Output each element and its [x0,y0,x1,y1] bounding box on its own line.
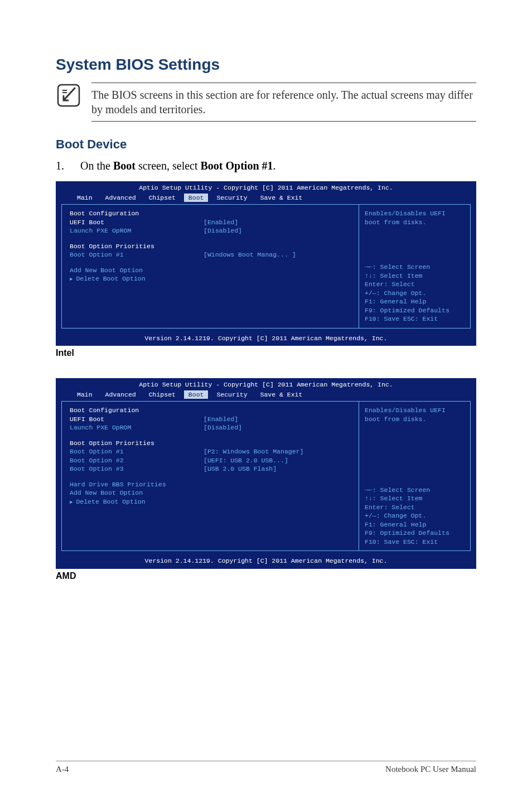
note-icon [56,83,81,122]
boot-priorities-heading: Boot Option Priorities [70,439,351,448]
bios-help-text: Enables/Disables UEFI boot from disks. [365,406,465,423]
boot-option-3-value: [USB 2.0 USB Flash] [204,465,277,474]
page-footer: A-4 Notebook PC User Manual [56,761,476,774]
bios-tab-bar: Main Advanced Chipset Boot Security Save… [56,389,476,402]
uefi-boot-label: UEFI Boot [70,415,204,424]
tab-save-exit[interactable]: Save & Exit [256,390,307,399]
boot-configuration-heading: Boot Configuration [70,209,351,218]
bios-left-pane: Boot Configuration UEFI Boot [Enabled] L… [62,205,359,328]
bios-screenshot-intel: Aptio Setup Utility - Copyright [C] 2011… [56,181,476,346]
bios-tab-bar: Main Advanced Chipset Boot Security Save… [56,192,476,205]
boot-option-1-label: Boot Option #1 [70,447,204,456]
tab-security[interactable]: Security [212,194,252,202]
caption-intel: Intel [56,348,476,358]
hard-drive-bbs[interactable]: Hard Drive BBS Priorities [70,480,351,489]
tab-chipset[interactable]: Chipset [144,390,180,399]
pxe-value: [Disabled] [204,423,242,432]
pxe-oprom-row[interactable]: Launch PXE OpROM [Disabled] [70,226,351,235]
boot-option-2-value: [UEFI: USB 2.0 USB...] [204,456,288,465]
boot-option-2-label: Boot Option #2 [70,456,204,465]
bios-version-footer: Version 2.14.1219. Copyright [C] 2011 Am… [56,554,476,569]
tab-chipset[interactable]: Chipset [144,194,180,202]
page-number: A-4 [56,765,69,774]
note-text: The BIOS screens in this section are for… [91,83,476,122]
step-number: 1. [56,160,69,172]
boot-option-1-label: Boot Option #1 [70,250,204,259]
tab-advanced[interactable]: Advanced [101,390,141,399]
tab-boot[interactable]: Boot [184,194,209,202]
uefi-boot-value: [Enabled] [204,218,238,227]
manual-title: Notebook PC User Manual [385,765,476,774]
pxe-label: Launch PXE OpROM [70,226,204,235]
pxe-label: Launch PXE OpROM [70,423,204,432]
boot-option-1-value: [P2: Windows Boot Manager] [204,447,303,456]
bios-title: Aptio Setup Utility - Copyright [C] 2011… [56,378,476,389]
add-boot-option[interactable]: Add New Boot Option [70,489,351,497]
tab-boot[interactable]: Boot [184,390,209,399]
delete-boot-option[interactable]: Delete Boot Option [70,497,351,506]
bios-help-text: Enables/Disables UEFI boot from disks. [365,209,465,226]
pxe-value: [Disabled] [204,226,242,235]
tab-main[interactable]: Main [72,194,97,202]
bios-key-help: →←: Select Screen ↑↓: Select Item Enter:… [365,263,465,323]
boot-option-3-row[interactable]: Boot Option #3 [USB 2.0 USB Flash] [70,465,351,474]
step-text: On the Boot screen, select Boot Option #… [80,160,276,172]
tab-advanced[interactable]: Advanced [101,194,141,202]
uefi-boot-label: UEFI Boot [70,218,204,227]
boot-configuration-heading: Boot Configuration [70,406,351,415]
boot-option-3-label: Boot Option #3 [70,465,204,474]
bios-screenshot-amd: Aptio Setup Utility - Copyright [C] 2011… [56,378,476,569]
section-heading: Boot Device [56,137,476,152]
uefi-boot-row[interactable]: UEFI Boot [Enabled] [70,218,351,227]
boot-option-1-value: [Windows Boot Manag... ] [204,250,296,259]
page-title: System BIOS Settings [56,56,476,74]
boot-priorities-heading: Boot Option Priorities [70,242,351,251]
bios-key-help: →←: Select Screen ↑↓: Select Item Enter:… [365,486,465,547]
bios-left-pane: Boot Configuration UEFI Boot [Enabled] L… [62,402,359,550]
tab-security[interactable]: Security [212,390,252,399]
uefi-boot-value: [Enabled] [204,415,238,424]
bios-version-footer: Version 2.14.1219. Copyright [C] 2011 Am… [56,332,476,346]
bios-right-pane: Enables/Disables UEFI boot from disks. →… [359,205,470,328]
bios-title: Aptio Setup Utility - Copyright [C] 2011… [56,181,476,192]
note-block: The BIOS screens in this section are for… [56,83,476,122]
tab-main[interactable]: Main [72,390,97,399]
caption-amd: AMD [56,571,476,581]
pxe-oprom-row[interactable]: Launch PXE OpROM [Disabled] [70,423,351,432]
add-boot-option[interactable]: Add New Boot Option [70,266,351,275]
step-1: 1. On the Boot screen, select Boot Optio… [56,160,476,172]
tab-save-exit[interactable]: Save & Exit [256,194,307,202]
uefi-boot-row[interactable]: UEFI Boot [Enabled] [70,415,351,424]
boot-option-1-row[interactable]: Boot Option #1 [Windows Boot Manag... ] [70,250,351,259]
boot-option-1-row[interactable]: Boot Option #1 [P2: Windows Boot Manager… [70,447,351,456]
boot-option-2-row[interactable]: Boot Option #2 [UEFI: USB 2.0 USB...] [70,456,351,465]
bios-right-pane: Enables/Disables UEFI boot from disks. →… [359,402,470,550]
delete-boot-option[interactable]: Delete Boot Option [70,274,351,283]
